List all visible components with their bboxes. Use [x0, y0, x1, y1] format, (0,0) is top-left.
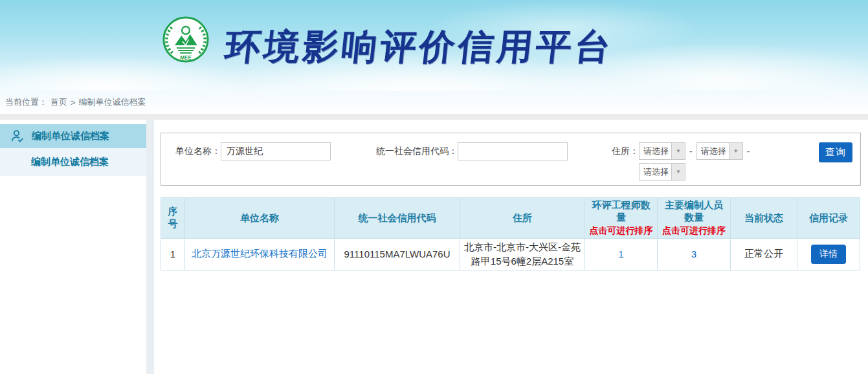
- header-status: 当前状态: [731, 198, 797, 239]
- sidebar-item-archive[interactable]: 编制单位诚信档案: [0, 148, 146, 176]
- address-dash: -: [689, 146, 693, 157]
- main-content: 单位名称： 统一社会信用代码： 住所： 请选择 ▼ - 请选择 ▼: [161, 120, 861, 270]
- breadcrumb-separator: >: [71, 98, 76, 107]
- results-table: 序号 单位名称 统一社会信用代码 住所 环评工程师数量 点击可进行排序 主要编制…: [161, 197, 860, 270]
- address-select-province[interactable]: 请选择 ▼: [639, 142, 685, 160]
- address-select-district-value: 请选择: [640, 164, 671, 180]
- cell-status: 正常公开: [731, 239, 797, 270]
- address-select-city-value: 请选择: [697, 143, 729, 159]
- chevron-down-icon[interactable]: ▼: [729, 143, 742, 159]
- search-panel: 单位名称： 统一社会信用代码： 住所： 请选择 ▼ - 请选择 ▼: [161, 133, 861, 186]
- header-editor-count-sortable[interactable]: 主要编制人员数量 点击可进行排序: [658, 198, 731, 239]
- table-header-row: 序号 单位名称 统一社会信用代码 住所 环评工程师数量 点击可进行排序 主要编制…: [161, 198, 860, 239]
- cell-address: 北京市-北京市-大兴区-金苑路甲15号6幢2层A215室: [460, 239, 585, 270]
- query-button[interactable]: 查询: [819, 142, 852, 162]
- chevron-down-icon[interactable]: ▼: [671, 164, 685, 180]
- address-select-city[interactable]: 请选择 ▼: [696, 142, 743, 160]
- header-address: 住所: [460, 198, 585, 239]
- editor-count-link[interactable]: 3: [691, 248, 696, 259]
- header-credit-record: 信用记录: [797, 198, 860, 239]
- sort-hint: 点击可进行排序: [588, 225, 654, 237]
- company-name-group: 单位名称：: [175, 142, 331, 160]
- address-group: 住所： 请选择 ▼ - 请选择 ▼ - 请选择: [612, 142, 753, 181]
- header-company: 单位名称: [185, 198, 335, 239]
- breadcrumb-home-link[interactable]: 首页: [50, 96, 67, 108]
- credit-code-group: 统一社会信用代码：: [376, 142, 568, 160]
- sidebar-content-divider: [146, 120, 154, 374]
- divider-band: [0, 114, 868, 120]
- person-check-icon: [9, 128, 25, 144]
- header-index: 序号: [161, 198, 185, 239]
- company-link[interactable]: 北京万源世纪环保科技有限公司: [192, 248, 328, 259]
- breadcrumb-label: 当前位置：: [5, 96, 47, 108]
- mee-logo-icon: MEE: [162, 16, 210, 63]
- header-editor-count-label: 主要编制人员数量: [660, 199, 728, 224]
- address-select-province-value: 请选择: [640, 143, 671, 159]
- cell-credit-code: 91110115MA7LWUA76U: [335, 239, 460, 270]
- engineer-count-link[interactable]: 1: [618, 248, 623, 259]
- cell-index: 1: [161, 239, 185, 270]
- sidebar-subitem-label: 编制单位诚信档案: [31, 156, 109, 168]
- sidebar-item-label: 编制单位诚信档案: [32, 130, 109, 142]
- breadcrumb-current: 编制单位诚信档案: [79, 96, 146, 108]
- header-credit-code: 统一社会信用代码: [335, 198, 460, 239]
- svg-text:MEE: MEE: [180, 55, 192, 61]
- header-engineer-count-sortable[interactable]: 环评工程师数量 点击可进行排序: [585, 198, 658, 239]
- address-label: 住所：: [612, 142, 639, 160]
- sort-hint: 点击可进行排序: [660, 225, 728, 237]
- chevron-down-icon[interactable]: ▼: [671, 143, 685, 159]
- credit-code-input[interactable]: [458, 142, 568, 160]
- sidebar-item-archive-group[interactable]: 编制单位诚信档案: [0, 124, 146, 148]
- company-name-label: 单位名称：: [175, 146, 221, 157]
- site-title: 环境影响评价信用平台: [223, 23, 616, 71]
- header-engineer-count-label: 环评工程师数量: [588, 199, 654, 224]
- address-select-district[interactable]: 请选择 ▼: [639, 163, 685, 181]
- company-name-input[interactable]: [221, 142, 331, 160]
- table-row: 1 北京万源世纪环保科技有限公司 91110115MA7LWUA76U 北京市-…: [161, 239, 860, 270]
- detail-button[interactable]: 详情: [811, 245, 846, 264]
- breadcrumb: 当前位置： 首页 > 编制单位诚信档案: [0, 91, 868, 114]
- sidebar: 编制单位诚信档案 编制单位诚信档案: [0, 120, 146, 176]
- address-dash: -: [747, 146, 750, 157]
- site-banner: MEE 环境影响评价信用平台: [0, 0, 868, 91]
- credit-code-label: 统一社会信用代码：: [376, 146, 458, 157]
